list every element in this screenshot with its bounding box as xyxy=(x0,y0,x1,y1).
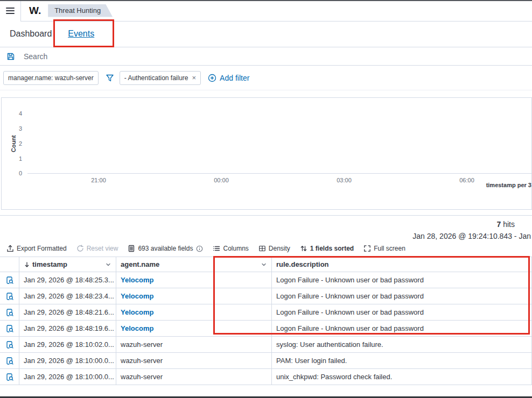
table-row: Jan 29, 2026 @ 18:48:23.4... Yelocomp Lo… xyxy=(0,288,532,304)
x-tick: 00:00 xyxy=(205,177,237,183)
cell-agent-name: Yelocomp xyxy=(116,304,272,320)
add-filter-button[interactable]: Add filter xyxy=(208,74,249,82)
row-agent[interactable]: Yelocomp xyxy=(121,324,153,332)
row-timestamp: Jan 29, 2026 @ 18:48:19.6... xyxy=(24,324,114,332)
cell-inspect xyxy=(0,369,19,385)
table-body: Jan 29, 2026 @ 18:48:25.3... Yelocomp Lo… xyxy=(0,272,532,385)
filter-pill-manager-name[interactable]: manager.name: wazuh-server xyxy=(3,71,99,85)
columns-icon xyxy=(213,245,220,252)
row-agent[interactable]: Yelocomp xyxy=(121,276,153,284)
reset-view-button[interactable]: Reset view xyxy=(76,245,118,252)
inspect-document-icon[interactable] xyxy=(6,341,13,349)
wazuh-logo[interactable]: W. xyxy=(29,5,41,17)
y-tick: 1 xyxy=(5,155,22,162)
header-cell-rule-description[interactable]: rule.description xyxy=(272,257,532,272)
x-tick: 21:00 xyxy=(82,177,115,183)
save-query-icon[interactable] xyxy=(6,52,15,61)
tab-events[interactable]: Events xyxy=(67,22,95,47)
histogram-panel: Count 4 3 2 1 0 21:00 00:00 03:00 06:00 … xyxy=(1,97,532,210)
cell-inspect xyxy=(0,272,19,288)
density-button[interactable]: Density xyxy=(258,245,290,252)
inspect-document-icon[interactable] xyxy=(6,293,13,300)
row-rule: Logon Failure - Unknown user or bad pass… xyxy=(276,276,424,284)
filter-pill-label: - Authentication failure xyxy=(124,74,188,82)
breadcrumb[interactable]: Threat Hunting xyxy=(48,4,113,17)
row-agent[interactable]: wazuh-server xyxy=(121,373,163,381)
histogram-plot-area[interactable] xyxy=(27,103,531,172)
filter-funnel-icon[interactable] xyxy=(106,74,114,82)
row-rule: Logon Failure - Unknown user or bad pass… xyxy=(276,292,424,300)
y-tick: 4 xyxy=(5,110,22,117)
inspect-document-icon[interactable] xyxy=(6,276,13,284)
search-input[interactable] xyxy=(24,52,532,61)
sort-desc-icon xyxy=(24,261,30,268)
chevron-down-icon[interactable] xyxy=(261,261,267,268)
x-tick: 03:00 xyxy=(328,177,360,183)
cell-inspect xyxy=(0,288,19,304)
cell-rule-description: Logon Failure - Unknown user or bad pass… xyxy=(272,272,532,288)
results-toolbar: Export Formatted Reset view 693 availabl… xyxy=(0,240,532,257)
inspect-document-icon[interactable] xyxy=(6,325,13,332)
top-navbar: W. Threat Hunting xyxy=(0,0,532,22)
column-label: agent.name xyxy=(121,260,159,268)
cell-rule-description: syslog: User authentication failure. xyxy=(272,337,532,352)
tab-bar: Dashboard Events xyxy=(0,22,532,47)
available-fields-button[interactable]: 693 available fields xyxy=(128,245,203,252)
results-section: 7 hits Jan 28, 2026 @ 19:24:10.843 - Jan… xyxy=(0,215,532,385)
inspect-document-icon[interactable] xyxy=(6,309,13,316)
row-timestamp: Jan 29, 2026 @ 18:48:23.4... xyxy=(24,292,114,300)
cell-inspect xyxy=(0,304,19,320)
filter-pill-label: manager.name: wazuh-server xyxy=(8,74,94,82)
header-cell-timestamp[interactable]: timestamp xyxy=(19,257,116,272)
cell-inspect xyxy=(0,321,19,336)
search-bar xyxy=(0,47,532,66)
export-icon xyxy=(6,245,14,252)
cell-timestamp: Jan 29, 2026 @ 18:48:25.3... xyxy=(19,272,116,288)
info-icon[interactable] xyxy=(196,245,203,252)
x-tick: 06:00 xyxy=(451,177,483,183)
sort-icon xyxy=(300,245,307,252)
cell-timestamp: Jan 29, 2026 @ 18:48:19.6... xyxy=(19,321,116,336)
table-row: Jan 29, 2026 @ 18:48:25.3... Yelocomp Lo… xyxy=(0,272,532,288)
cell-agent-name: wazuh-server xyxy=(116,353,272,368)
add-filter-label: Add filter xyxy=(220,74,249,82)
row-timestamp: Jan 29, 2026 @ 18:10:00.0... xyxy=(24,373,114,381)
table-row: Jan 29, 2026 @ 18:48:21.6... Yelocomp Lo… xyxy=(0,304,532,321)
cell-agent-name: Yelocomp xyxy=(116,321,272,336)
remove-filter-icon[interactable]: × xyxy=(192,74,197,81)
cell-rule-description: Logon Failure - Unknown user or bad pass… xyxy=(272,288,532,304)
cell-agent-name: wazuh-server xyxy=(116,369,272,385)
y-tick: 3 xyxy=(5,125,22,132)
cell-timestamp: Jan 29, 2026 @ 18:10:00.0... xyxy=(19,353,116,368)
row-agent[interactable]: Yelocomp xyxy=(121,308,153,316)
filter-pill-authentication-failure[interactable]: - Authentication failure × xyxy=(120,71,201,85)
header-cell-agent-name[interactable]: agent.name xyxy=(116,257,272,272)
cell-rule-description: Logon Failure - Unknown user or bad pass… xyxy=(272,304,532,320)
tab-dashboard[interactable]: Dashboard xyxy=(9,22,53,47)
cell-rule-description: PAM: User login failed. xyxy=(272,353,532,368)
cell-inspect xyxy=(0,337,19,352)
row-rule: syslog: User authentication failure. xyxy=(276,340,383,349)
cell-rule-description: unix_chkpwd: Password check failed. xyxy=(272,369,532,385)
chevron-down-icon[interactable] xyxy=(105,261,111,268)
cell-agent-name: Yelocomp xyxy=(116,288,272,304)
fields-sorted-button[interactable]: 1 fields sorted xyxy=(300,245,354,252)
row-agent[interactable]: wazuh-server xyxy=(121,340,163,349)
events-table: timestamp agent.name rule.descri xyxy=(0,257,532,385)
cell-timestamp: Jan 29, 2026 @ 18:48:23.4... xyxy=(19,288,116,304)
y-tick: 2 xyxy=(5,140,22,147)
cell-timestamp: Jan 29, 2026 @ 18:48:21.6... xyxy=(19,304,116,320)
time-range: Jan 28, 2026 @ 19:24:10.843 - Jan xyxy=(0,232,532,240)
column-label: rule.description xyxy=(276,260,329,268)
inspect-document-icon[interactable] xyxy=(6,373,13,381)
menu-icon[interactable] xyxy=(0,0,21,22)
row-agent[interactable]: wazuh-server xyxy=(121,357,163,365)
row-agent[interactable]: Yelocomp xyxy=(121,292,153,300)
cell-agent-name: Yelocomp xyxy=(116,272,272,288)
full-screen-button[interactable]: Full screen xyxy=(363,245,405,252)
inspect-document-icon[interactable] xyxy=(6,357,13,365)
columns-button[interactable]: Columns xyxy=(213,245,248,252)
row-rule: Logon Failure - Unknown user or bad pass… xyxy=(276,308,424,316)
table-row: Jan 29, 2026 @ 18:10:02.0... wazuh-serve… xyxy=(0,337,532,353)
export-formatted-button[interactable]: Export Formatted xyxy=(6,245,67,252)
